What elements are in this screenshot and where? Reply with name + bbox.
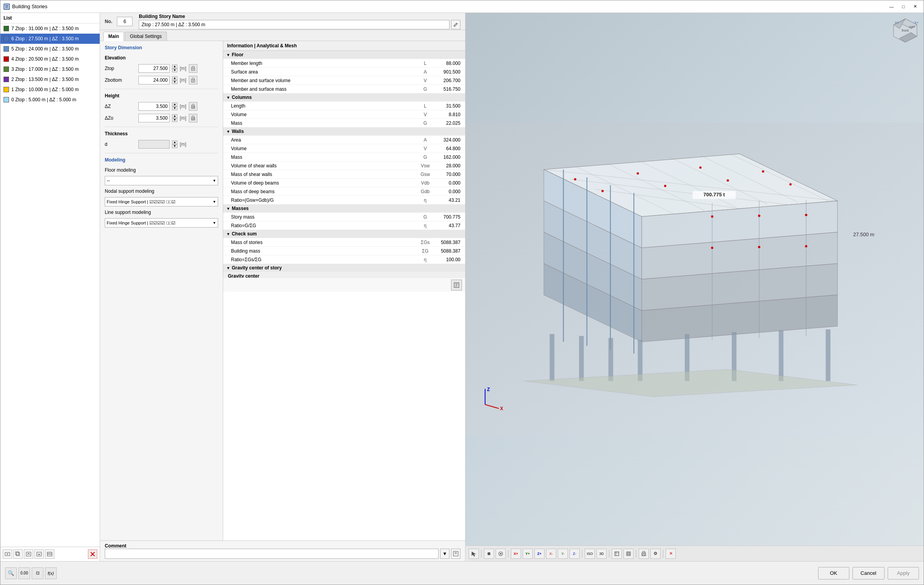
building-3d-svg: 700.775 t 27.500 m <box>466 13 924 546</box>
svg-point-78 <box>805 245 807 248</box>
list-item-label: 5 Ztop : 24.000 m | ΔZ : 3.500 m <box>11 46 79 52</box>
vp-yneg-btn[interactable]: Y- <box>558 549 568 559</box>
dzo-down[interactable]: ▼ <box>172 118 177 122</box>
list-item[interactable]: 0 Ztop : 5.000 m | ΔZ : 5.000 m <box>0 95 100 105</box>
copy-story-btn[interactable] <box>13 549 23 559</box>
list-item[interactable]: 1 Ztop : 10.000 m | ΔZ : 5.000 m <box>0 84 100 95</box>
dzo-label: ΔZo <box>105 115 136 121</box>
row-symbol: A <box>413 68 433 76</box>
right-info: Information | Analytical & Mesh ▼FloorMe… <box>223 41 465 540</box>
comment-edit-btn[interactable] <box>451 549 460 559</box>
dz-down[interactable]: ▼ <box>172 106 177 110</box>
category-row: ▼Columns <box>223 93 465 102</box>
vp-extra-btn[interactable]: ✕ <box>666 549 676 559</box>
line-support-dropdown[interactable]: Fixed Hinge Support | ☑☑☑☑ □□☑ ▼ <box>105 218 218 228</box>
collapse-btn[interactable]: ▼ <box>226 95 230 100</box>
vp-render2-btn[interactable] <box>623 549 634 559</box>
list-item[interactable]: 7 Ztop : 31.000 m | ΔZ : 3.500 m <box>0 23 100 34</box>
d-down[interactable]: ▼ <box>172 144 177 148</box>
tab-global-settings[interactable]: Global Settings <box>125 32 167 41</box>
vp-fit-btn[interactable] <box>612 549 622 559</box>
add-story-btn[interactable] <box>3 549 12 559</box>
row-value: 901.500 <box>433 68 465 76</box>
maximize-button[interactable]: □ <box>898 3 909 11</box>
dzo-up[interactable]: ▲ <box>172 114 177 118</box>
vp-render-btn[interactable] <box>496 549 506 559</box>
graph-tool-btn[interactable]: ⊡ <box>32 567 43 579</box>
comment-input[interactable] <box>105 549 439 559</box>
dz-input[interactable] <box>138 102 170 111</box>
ztop-lock-btn[interactable] <box>189 64 197 73</box>
ztop-up[interactable]: ▲ <box>172 65 177 68</box>
zbottom-input[interactable] <box>138 76 170 84</box>
vp-iso-btn[interactable]: ISO <box>585 549 595 559</box>
collapse-btn[interactable]: ▼ <box>226 206 230 211</box>
zbottom-up[interactable]: ▲ <box>172 76 177 80</box>
d-row: d ▲ ▼ [m] <box>105 140 218 149</box>
divider1 <box>105 89 218 89</box>
height-label: Height <box>105 93 218 99</box>
vp-zneg-btn[interactable]: Z- <box>569 549 580 559</box>
row-value: 8.810 <box>433 110 465 119</box>
number-tool-btn[interactable]: 0.00 <box>18 567 30 579</box>
move-down-btn[interactable] <box>34 549 44 559</box>
collapse-btn[interactable]: ▼ <box>226 232 230 236</box>
zbottom-down[interactable]: ▼ <box>172 80 177 84</box>
list-item-color <box>4 66 9 72</box>
dz-up[interactable]: ▲ <box>172 102 177 106</box>
vp-print-btn[interactable] <box>639 549 649 559</box>
vp-settings-btn[interactable]: ⚙ <box>650 549 661 559</box>
list-item[interactable]: 4 Ztop : 20.500 m | ΔZ : 3.500 m <box>0 54 100 64</box>
vp-z-btn[interactable]: Z+ <box>534 549 544 559</box>
left-panel: List 7 Ztop : 31.000 m | ΔZ : 3.500 m6 Z… <box>0 13 100 561</box>
nodal-support-dropdown[interactable]: Fixed Hinge Support | ☑☑☑☑ □□☑ ▼ <box>105 197 218 206</box>
vp-xneg-btn[interactable]: X- <box>546 549 556 559</box>
dzo-input[interactable] <box>138 114 170 122</box>
ok-button[interactable]: OK <box>818 567 849 580</box>
collapse-btn[interactable]: ▼ <box>226 266 230 270</box>
list-item[interactable]: 5 Ztop : 24.000 m | ΔZ : 3.500 m <box>0 44 100 54</box>
list-item[interactable]: 2 Ztop : 13.500 m | ΔZ : 3.500 m <box>0 74 100 84</box>
vp-cursor-btn[interactable] <box>469 549 479 559</box>
viewport: 700.775 t 27.500 m <box>466 13 924 546</box>
vp-view-btn[interactable]: ⊞ <box>484 549 494 559</box>
dzo-lock-btn[interactable]: 2∆ <box>189 114 197 122</box>
zbottom-lock-btn[interactable] <box>189 76 197 84</box>
svg-text:2∆: 2∆ <box>192 118 195 120</box>
center-panel: No. 6 Building Story Name Main Global S <box>100 13 466 561</box>
story-name-edit-btn[interactable] <box>451 20 460 29</box>
vp-y-btn[interactable]: Y+ <box>523 549 533 559</box>
floor-modeling-dropdown[interactable]: -- ▼ <box>105 176 218 185</box>
d-input[interactable] <box>138 140 170 149</box>
move-up-btn[interactable] <box>24 549 33 559</box>
cancel-button[interactable]: Cancel <box>852 567 885 580</box>
d-up[interactable]: ▲ <box>172 140 177 144</box>
dz-lock-btn[interactable]: 2∆ <box>189 102 197 111</box>
vp-x-btn[interactable]: X+ <box>511 549 521 559</box>
formula-tool-btn[interactable]: f(x) <box>45 567 57 579</box>
close-button[interactable]: ✕ <box>910 3 920 11</box>
tab-main[interactable]: Main <box>103 32 124 41</box>
data-row: Story massG700.775 <box>223 213 465 221</box>
category-row: ▼Masses <box>223 205 465 213</box>
settings-btn[interactable] <box>45 549 54 559</box>
bottom-tools: 🔍 0.00 ⊡ f(x) <box>5 567 57 579</box>
list-item[interactable]: 6 Ztop : 27.500 m | ΔZ : 3.500 m <box>0 34 100 44</box>
vp-3d-btn[interactable]: 3D <box>596 549 607 559</box>
info-export-btn[interactable] <box>451 280 462 291</box>
ztop-input[interactable] <box>138 64 170 73</box>
minimize-button[interactable]: — <box>886 3 897 11</box>
info-scroll[interactable]: ▼FloorMember lengthL88.000Surface areaA9… <box>223 51 465 278</box>
apply-button[interactable]: Apply <box>888 567 919 580</box>
comment-dropdown-btn[interactable]: ▼ <box>440 549 449 559</box>
list-item[interactable]: 3 Ztop : 17.000 m | ΔZ : 3.500 m <box>0 64 100 74</box>
story-name-input[interactable] <box>139 20 449 29</box>
ztop-down[interactable]: ▼ <box>172 68 177 72</box>
row-symbol: G <box>413 213 433 221</box>
delete-story-btn[interactable] <box>88 549 97 559</box>
story-name-section: Building Story Name <box>139 14 460 29</box>
collapse-btn[interactable]: ▼ <box>226 53 230 57</box>
dzo-spin: ▲ ▼ <box>172 114 177 122</box>
collapse-btn[interactable]: ▼ <box>226 129 230 134</box>
search-tool-btn[interactable]: 🔍 <box>5 567 17 579</box>
